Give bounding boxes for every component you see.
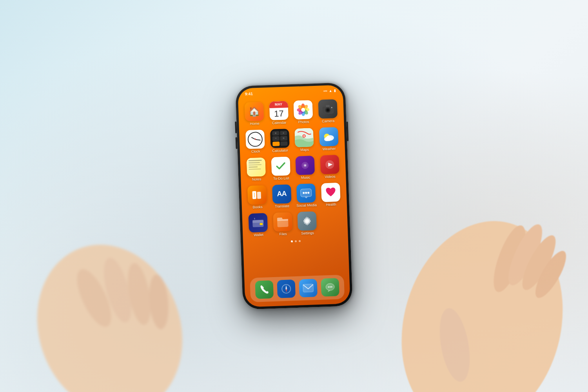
app-camera[interactable]: Camera [317, 99, 339, 124]
phone-screen: 9:41 ▪▪▪ ▲ ▮ 🏠 [238, 85, 350, 307]
calendar-month: MAY [275, 102, 283, 107]
signal-icon: ▪▪▪ [323, 89, 327, 93]
app-calendar[interactable]: MAY 17 Calendar [268, 101, 290, 125]
videos-icon [320, 155, 339, 174]
app-music[interactable]: Music [294, 156, 316, 180]
dock-compass[interactable] [277, 279, 296, 298]
dot-3 [298, 240, 300, 242]
books-label: Books [253, 205, 263, 209]
dot-2 [294, 240, 296, 242]
hand-left [31, 172, 220, 392]
app-grid: 🏠 Home MAY 17 Calendar [238, 96, 348, 241]
files-icon [273, 212, 292, 232]
app-photos[interactable]: Photos [293, 100, 314, 125]
app-social[interactable]: Social Media [296, 183, 317, 208]
music-icon [296, 156, 315, 175]
hand-right [372, 149, 568, 392]
clock-minute-hand [255, 139, 261, 140]
app-maps[interactable]: Maps [294, 128, 315, 152]
camera-icon [318, 99, 338, 119]
photos-label: Photos [298, 120, 309, 125]
vol-up [235, 122, 237, 133]
battery-icon: ▮ [334, 89, 336, 93]
translate-icon: AA [272, 184, 292, 204]
settings-icon [298, 211, 317, 231]
notes-label: Notes [252, 178, 261, 182]
app-clock[interactable]: Clock [245, 129, 266, 154]
health-icon [321, 183, 341, 202]
wallet-label: Wallet [254, 233, 263, 237]
music-label: Music [301, 176, 310, 180]
books-icon [247, 185, 267, 205]
dock-messages[interactable] [321, 278, 339, 297]
camera-label: Camera [322, 119, 334, 123]
weather-icon [319, 127, 339, 147]
svg-rect-51 [252, 220, 263, 223]
status-time: 9:41 [245, 91, 253, 96]
clock-icon [245, 129, 265, 149]
translate-text: AA [277, 190, 287, 198]
dot-1 [290, 241, 292, 243]
clock-label: Clock [251, 150, 260, 154]
files-label: Files [279, 232, 287, 236]
dock [250, 275, 345, 302]
maps-label: Maps [300, 148, 309, 152]
app-videos[interactable]: Videos [319, 155, 341, 180]
home-icon: 🏠 [245, 102, 264, 122]
videos-label: Videos [325, 175, 336, 179]
status-icons: ▪▪▪ ▲ ▮ [323, 89, 336, 93]
social-icon [296, 183, 316, 203]
app-notes[interactable]: Notes [246, 157, 267, 182]
svg-rect-54 [277, 220, 289, 227]
wifi-icon: ▲ [329, 89, 332, 93]
home-emoji: 🏠 [248, 106, 260, 117]
dock-mail[interactable] [299, 279, 318, 298]
empty-cell [321, 210, 343, 235]
app-translate[interactable]: AA Translate [271, 184, 292, 209]
svg-rect-25 [326, 105, 330, 107]
svg-rect-52 [260, 223, 263, 225]
phone: 9:41 ▪▪▪ ▲ ▮ 🏠 [235, 82, 353, 309]
calculator-label: Calculator [272, 149, 288, 153]
app-todo[interactable]: To-Do List [270, 156, 292, 181]
photos-icon [294, 100, 313, 120]
dock-phone[interactable] [255, 280, 274, 299]
app-books[interactable]: Books [247, 185, 268, 210]
health-label: Health [326, 203, 336, 207]
app-weather[interactable]: Weather [318, 127, 339, 152]
calendar-date: 17 [269, 107, 289, 120]
settings-label: Settings [301, 231, 314, 236]
app-wallet[interactable]: $ Wallet [247, 213, 269, 238]
app-files[interactable]: Files [272, 212, 294, 237]
todo-label: To-Do List [273, 176, 289, 181]
svg-rect-42 [257, 192, 261, 199]
app-health[interactable]: Health [320, 183, 341, 207]
social-label: Social Media [296, 203, 317, 208]
app-calculator[interactable]: + ÷ − = [269, 129, 291, 153]
todo-icon [271, 156, 290, 176]
maps-icon [294, 128, 314, 147]
calendar-label: Calendar [272, 121, 287, 125]
calculator-icon: + ÷ − = [270, 129, 290, 148]
phone-content: 🏠 Home MAY 17 Calendar [238, 96, 349, 276]
calendar-icon: MAY 17 [269, 101, 289, 120]
vol-down [236, 137, 238, 149]
scene: 9:41 ▪▪▪ ▲ ▮ 🏠 [0, 0, 588, 392]
svg-text:$: $ [254, 217, 255, 220]
home-label: Home [250, 122, 260, 126]
app-settings[interactable]: Settings [296, 211, 318, 236]
notes-icon [247, 157, 266, 177]
wallet-icon: $ [249, 213, 268, 232]
app-home[interactable]: 🏠 Home [244, 102, 265, 127]
translate-label: Translate [275, 204, 290, 209]
phone-outer: 9:41 ▪▪▪ ▲ ▮ 🏠 [235, 82, 353, 309]
weather-label: Weather [323, 147, 336, 151]
